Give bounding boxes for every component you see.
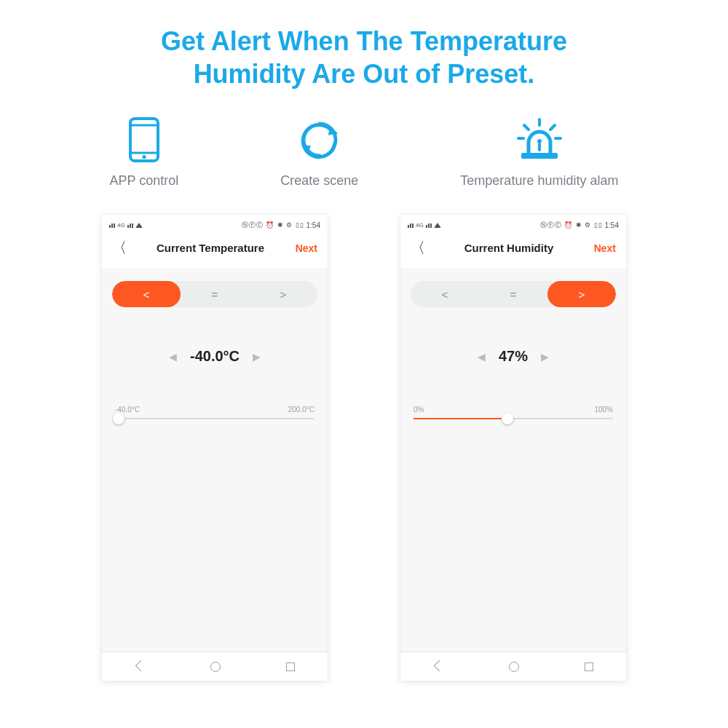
back-button[interactable]: 〈 (112, 238, 132, 258)
app-bar: 〈 Current Humidity Next (400, 232, 626, 268)
signal-icon (408, 222, 414, 228)
phone-temperature: 4G ⓃⒻⒸ ⏰ ✱ ⚙ ▯▯ 1:54 〈 Current Temperatu… (102, 215, 328, 681)
operator-greater-than[interactable]: > (547, 281, 616, 307)
feature-create-scene: Create scene (280, 114, 358, 189)
headline-line1: Get Alert When The Temperature (44, 25, 684, 58)
status-bar: 4G ⓃⒻⒸ ⏰ ✱ ⚙ ▯▯ 1:54 (102, 215, 328, 232)
status-time: 1:54 (306, 221, 320, 229)
increment-button[interactable]: ▶ (541, 351, 549, 363)
svg-point-3 (142, 155, 146, 159)
nav-home-button[interactable] (509, 662, 519, 672)
slider-track[interactable] (414, 418, 613, 419)
operator-less-than[interactable]: < (411, 281, 479, 307)
next-button[interactable]: Next (288, 242, 317, 254)
decrement-button[interactable]: ◀ (169, 351, 177, 363)
operator-less-than[interactable]: < (112, 281, 181, 307)
wifi-icon (135, 223, 143, 228)
slider-thumb[interactable] (502, 413, 513, 424)
page-title: Current Temperature (132, 242, 288, 254)
status-text: 4G (117, 222, 125, 229)
feature-label: Create scene (280, 173, 358, 189)
feature-label: APP control (110, 173, 179, 189)
decrement-button[interactable]: ◀ (478, 351, 486, 363)
slider-min-label: 0% (414, 405, 424, 414)
operator-segmented: < = > (112, 281, 317, 307)
content-area: < = > ◀ -40.0°C ▶ -40.0°C 200.0°C (102, 268, 328, 652)
features-row: APP control Create scene (0, 103, 728, 194)
status-icons: ⓃⒻⒸ ⏰ ✱ ⚙ ▯▯ (540, 221, 603, 230)
feature-alarm: Temperature humidity alam (460, 114, 618, 189)
increment-button[interactable]: ▶ (253, 351, 261, 363)
app-bar: 〈 Current Temperature Next (102, 232, 328, 268)
android-nav-bar (400, 652, 626, 681)
phone-humidity: 4G ⓃⒻⒸ ⏰ ✱ ⚙ ▯▯ 1:54 〈 Current Humidity … (400, 215, 626, 681)
current-value: 47% (499, 348, 528, 365)
feature-label: Temperature humidity alam (460, 173, 618, 189)
operator-equals[interactable]: = (181, 281, 249, 307)
operator-greater-than[interactable]: > (249, 281, 317, 307)
feature-app-control: APP control (110, 114, 179, 189)
status-bar: 4G ⓃⒻⒸ ⏰ ✱ ⚙ ▯▯ 1:54 (400, 215, 626, 232)
signal-icon (109, 222, 115, 228)
svg-line-11 (524, 125, 529, 130)
slider-fill (414, 418, 507, 419)
slider-track[interactable] (115, 418, 314, 419)
status-time: 1:54 (605, 221, 619, 229)
phones-row: 4G ⓃⒻⒸ ⏰ ✱ ⚙ ▯▯ 1:54 〈 Current Temperatu… (0, 194, 728, 681)
nav-back-button[interactable] (135, 662, 145, 672)
wifi-icon (434, 223, 441, 228)
back-button[interactable]: 〈 (411, 238, 431, 258)
value-slider[interactable]: -40.0°C 200.0°C (112, 405, 317, 419)
svg-rect-7 (521, 153, 558, 159)
operator-segmented: < = > (411, 281, 616, 307)
slider-max-label: 100% (594, 405, 613, 414)
next-button[interactable]: Next (587, 242, 616, 254)
operator-equals[interactable]: = (479, 281, 547, 307)
headline: Get Alert When The Temperature Humidity … (0, 0, 728, 103)
signal-icon (127, 222, 133, 228)
value-stepper: ◀ 47% ▶ (411, 348, 616, 365)
slider-max-label: 200.0°C (288, 405, 314, 414)
nav-recent-button[interactable] (286, 662, 295, 671)
page-title: Current Humidity (431, 242, 587, 254)
status-text: 4G (416, 222, 424, 229)
phone-icon (128, 114, 160, 166)
slider-thumb[interactable] (113, 413, 124, 424)
android-nav-bar (102, 652, 328, 681)
nav-home-button[interactable] (210, 662, 221, 672)
nav-back-button[interactable] (433, 662, 443, 672)
value-slider[interactable]: 0% 100% (411, 405, 616, 419)
value-stepper: ◀ -40.0°C ▶ (112, 348, 317, 365)
headline-line2: Humidity Are Out of Preset. (44, 58, 684, 90)
current-value: -40.0°C (190, 348, 240, 365)
signal-icon (426, 222, 432, 228)
svg-line-12 (550, 125, 555, 130)
content-area: < = > ◀ 47% ▶ 0% 100% (400, 268, 626, 652)
status-icons: ⓃⒻⒸ ⏰ ✱ ⚙ ▯▯ (242, 221, 304, 230)
refresh-icon (298, 114, 341, 166)
alarm-icon (514, 114, 565, 166)
nav-recent-button[interactable] (585, 662, 593, 671)
